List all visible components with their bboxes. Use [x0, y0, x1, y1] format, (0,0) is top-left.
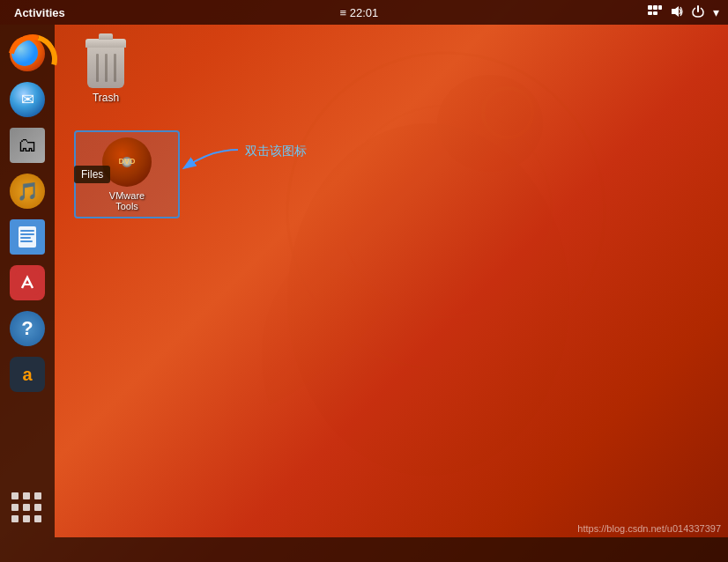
thunderbird-icon: [10, 82, 45, 117]
dock-item-rhythmbox[interactable]: 🎵: [7, 171, 48, 211]
svg-rect-9: [648, 11, 652, 15]
firefox-icon: [10, 36, 45, 71]
svg-rect-16: [20, 240, 33, 242]
svg-point-4: [499, 104, 516, 122]
files-tooltip: Files: [74, 166, 110, 183]
annotation-arrow: [176, 141, 247, 176]
topbar-right: ▾: [648, 5, 719, 20]
trash-body: [87, 48, 124, 88]
network-icon[interactable]: [648, 5, 662, 20]
topbar-clock[interactable]: ≡ 22:01: [340, 6, 379, 19]
svg-rect-14: [20, 233, 34, 235]
desktop-icons: Trash: [62, 35, 141, 107]
show-applications-icon: [10, 491, 45, 526]
trash-lid: [85, 39, 126, 48]
help-icon: ?: [10, 311, 45, 346]
dvd-vmware-label: VMwareTools: [109, 190, 145, 211]
svg-rect-13: [20, 230, 34, 232]
svg-rect-7: [653, 5, 657, 10]
svg-rect-6: [648, 5, 652, 10]
ubuntu-bird: [199, 35, 657, 529]
dock-item-firefox[interactable]: [7, 33, 48, 74]
sound-icon[interactable]: [671, 5, 683, 20]
topbar: Activities ≡ 22:01 ▾: [0, 0, 728, 25]
svg-rect-8: [658, 5, 662, 10]
rhythmbox-icon: 🎵: [10, 174, 45, 209]
dock-item-applications[interactable]: [7, 488, 48, 529]
amazon-icon: a: [10, 357, 45, 392]
files-icon: [10, 128, 45, 163]
svg-marker-11: [672, 6, 679, 17]
trash-desktop-icon[interactable]: Trash: [71, 35, 141, 107]
dock: 🎵: [0, 25, 55, 537]
trash-label: Trash: [93, 92, 119, 104]
activities-button[interactable]: Activities: [9, 4, 71, 21]
annotation-text: 双击该图标: [245, 144, 307, 159]
bottombar: [0, 537, 728, 562]
svg-rect-15: [20, 237, 31, 239]
dock-item-help[interactable]: ?: [7, 308, 48, 349]
svg-rect-17: [15, 270, 40, 295]
trash-icon-image: [83, 39, 129, 88]
dock-item-writer[interactable]: [7, 217, 48, 257]
power-icon[interactable]: [692, 5, 704, 20]
desktop: Activities ≡ 22:01 ▾: [0, 0, 728, 562]
dropdown-icon[interactable]: ▾: [713, 5, 719, 19]
watermark: https://blog.csdn.net/u014337397: [577, 523, 721, 534]
dock-item-amazon[interactable]: a: [7, 354, 48, 395]
svg-rect-10: [653, 11, 657, 15]
dock-item-thunderbird[interactable]: [7, 79, 48, 120]
writer-icon: [10, 219, 45, 255]
appstore-icon: [10, 265, 45, 300]
dvd-center-hole: [122, 157, 132, 167]
dock-item-appstore[interactable]: [7, 263, 48, 303]
dock-item-files[interactable]: [7, 125, 48, 166]
